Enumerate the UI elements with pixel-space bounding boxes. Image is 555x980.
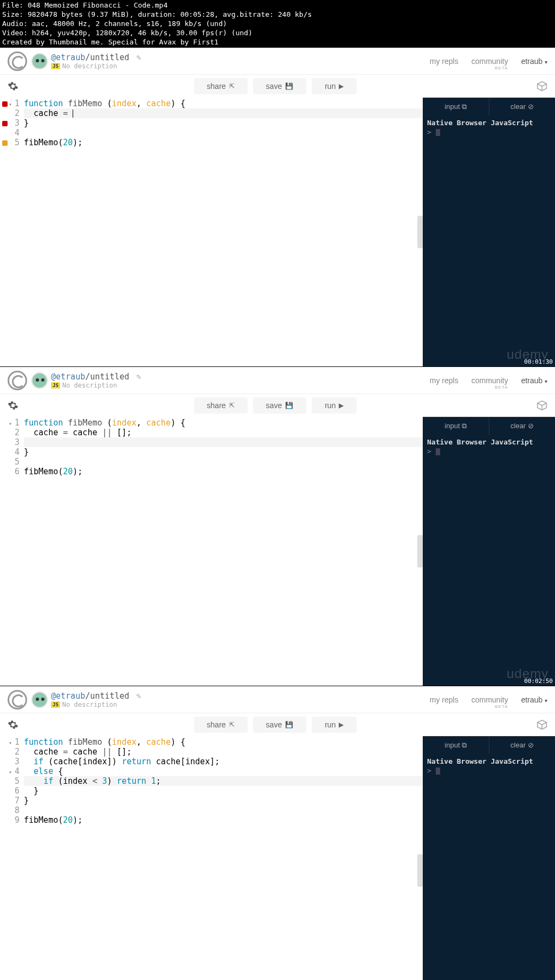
- avatar[interactable]: [31, 372, 48, 389]
- scrollbar[interactable]: [417, 216, 423, 248]
- scrollbar[interactable]: [417, 854, 423, 887]
- nav-my-repls[interactable]: my repls: [430, 695, 459, 704]
- save-icon: 💾: [285, 721, 293, 728]
- project-name[interactable]: untitled: [90, 691, 129, 701]
- error-marker-icon: [2, 121, 8, 126]
- share-button[interactable]: share⇱: [194, 717, 248, 733]
- timestamp: 00:02:50: [524, 678, 553, 685]
- console-clear-button[interactable]: clear ⊘: [489, 417, 556, 435]
- run-button[interactable]: run▶: [312, 78, 357, 94]
- caret-down-icon: ▾: [545, 698, 547, 704]
- save-button[interactable]: save💾: [253, 397, 307, 414]
- user-dropdown[interactable]: etraub ▾: [521, 376, 547, 385]
- project-title-block: @etraub/untitled ✎ JS No description: [51, 53, 141, 70]
- package-icon[interactable]: [537, 81, 547, 92]
- share-icon: ⇱: [229, 82, 235, 90]
- play-icon: ▶: [339, 721, 344, 728]
- console-panel: input ⧉ clear ⊘ Native Browser JavaScrip…: [423, 98, 555, 366]
- save-button[interactable]: save💾: [253, 78, 307, 94]
- line-gutter: ▾1 2 3 4 5 6: [0, 417, 24, 686]
- project-name[interactable]: untitled: [90, 372, 129, 382]
- no-description-text: No description: [62, 382, 117, 389]
- top-bar: @etraub/untitled ✎ JS No description my …: [0, 686, 555, 713]
- console-prompt[interactable]: >: [427, 447, 551, 455]
- package-icon[interactable]: [537, 400, 547, 411]
- save-button[interactable]: save💾: [253, 717, 307, 733]
- top-bar: @etraub/untitled ✎ JS No description my …: [0, 367, 555, 394]
- save-icon: 💾: [285, 82, 293, 90]
- replit-logo-icon[interactable]: [8, 690, 27, 710]
- username-link[interactable]: @etraub: [51, 691, 85, 701]
- logo-area: [8, 51, 48, 71]
- code-content[interactable]: function fibMemo (index, cache) { cache …: [24, 417, 423, 686]
- editor-toolbar: share⇱ save💾 run▶: [0, 75, 555, 98]
- thumbnail-frame-2: @etraub/untitled ✎ JS No description my …: [0, 367, 555, 686]
- no-description-text: No description: [62, 62, 117, 70]
- logo-area: [8, 371, 48, 390]
- code-editor[interactable]: ▾1 2 3 4 5 6 function fibMemo (index, ca…: [0, 417, 423, 686]
- edit-icon[interactable]: ✎: [137, 53, 141, 62]
- user-dropdown[interactable]: etraub ▾: [521, 57, 547, 66]
- console-prompt[interactable]: >: [427, 766, 551, 775]
- save-icon: 💾: [285, 402, 293, 409]
- edit-icon[interactable]: ✎: [137, 691, 141, 701]
- warning-marker-icon: [2, 140, 8, 146]
- avatar[interactable]: [31, 53, 48, 69]
- nav-my-repls[interactable]: my repls: [430, 376, 459, 385]
- share-icon: ⇱: [229, 721, 235, 728]
- username-link[interactable]: @etraub: [51, 372, 85, 382]
- share-icon: ⇱: [229, 402, 235, 409]
- console-input-tab[interactable]: input ⧉: [423, 98, 489, 115]
- video-metadata-header: File: 048 Memoized Fibonacci - Code.mp4 …: [0, 0, 555, 48]
- nav-community[interactable]: communityBETA: [472, 695, 508, 704]
- nav-my-repls[interactable]: my repls: [430, 57, 459, 66]
- language-badge: JS: [51, 63, 60, 69]
- settings-icon[interactable]: [8, 81, 18, 92]
- console-clear-button[interactable]: clear ⊘: [489, 736, 556, 754]
- code-content[interactable]: function fibMemo (index, cache) { cache …: [24, 98, 423, 366]
- nav-community[interactable]: community BETA: [472, 57, 508, 66]
- console-prompt[interactable]: >: [427, 128, 551, 136]
- replit-logo-icon[interactable]: [8, 371, 27, 390]
- no-description-text: No description: [62, 701, 117, 708]
- settings-icon[interactable]: [8, 719, 18, 730]
- console-panel: input ⧉ clear ⊘ Native Browser JavaScrip…: [423, 736, 555, 980]
- top-bar: @etraub/untitled ✎ JS No description my …: [0, 48, 555, 75]
- path-sep: /: [85, 53, 90, 62]
- share-button[interactable]: share⇱: [194, 397, 248, 414]
- nav-community[interactable]: communityBETA: [472, 376, 508, 385]
- meta-credit: Created by Thumbnail me. Special for Ava…: [2, 38, 553, 47]
- code-editor[interactable]: ▾1 2 3 4 5 function fibMemo (index, cach…: [0, 98, 423, 366]
- console-input-tab[interactable]: input ⧉: [423, 736, 489, 754]
- console-title: Native Browser JavaScript: [427, 757, 551, 765]
- meta-size: Size: 9820478 bytes (9.37 MiB), duration…: [2, 10, 553, 20]
- error-marker-icon: [2, 101, 8, 107]
- language-badge: JS: [51, 382, 60, 389]
- scrollbar[interactable]: [417, 535, 423, 568]
- console-input-tab[interactable]: input ⧉: [423, 417, 489, 435]
- play-icon: ▶: [339, 82, 344, 90]
- beta-badge: BETA: [495, 66, 508, 70]
- replit-logo-icon[interactable]: [8, 51, 27, 71]
- code-content[interactable]: function fibMemo (index, cache) { cache …: [24, 736, 423, 980]
- share-button[interactable]: share⇱: [194, 78, 248, 94]
- avatar[interactable]: [31, 692, 48, 708]
- run-button[interactable]: run▶: [312, 397, 357, 414]
- run-button[interactable]: run▶: [312, 717, 357, 733]
- top-nav: my repls community BETA etraub ▾: [430, 57, 547, 66]
- console-title: Native Browser JavaScript: [427, 438, 551, 446]
- username-link[interactable]: @etraub: [51, 53, 85, 62]
- edit-icon[interactable]: ✎: [137, 372, 141, 382]
- timestamp: 00:01:30: [524, 358, 553, 365]
- meta-video: Video: h264, yuv420p, 1280x720, 46 kb/s,…: [2, 29, 553, 38]
- caret-down-icon: ▾: [545, 59, 547, 65]
- language-badge: JS: [51, 701, 60, 708]
- logo-area: [8, 690, 48, 710]
- project-name[interactable]: untitled: [90, 53, 129, 62]
- user-dropdown[interactable]: etraub ▾: [521, 695, 547, 704]
- settings-icon[interactable]: [8, 400, 18, 411]
- package-icon[interactable]: [537, 719, 547, 730]
- console-clear-button[interactable]: clear ⊘: [489, 98, 556, 115]
- code-editor[interactable]: ▾1 2 3 ▾4 5 6 7 8 9 function fibMemo (in…: [0, 736, 423, 980]
- thumbnail-frame-3: @etraub/untitled ✎ JS No description my …: [0, 686, 555, 980]
